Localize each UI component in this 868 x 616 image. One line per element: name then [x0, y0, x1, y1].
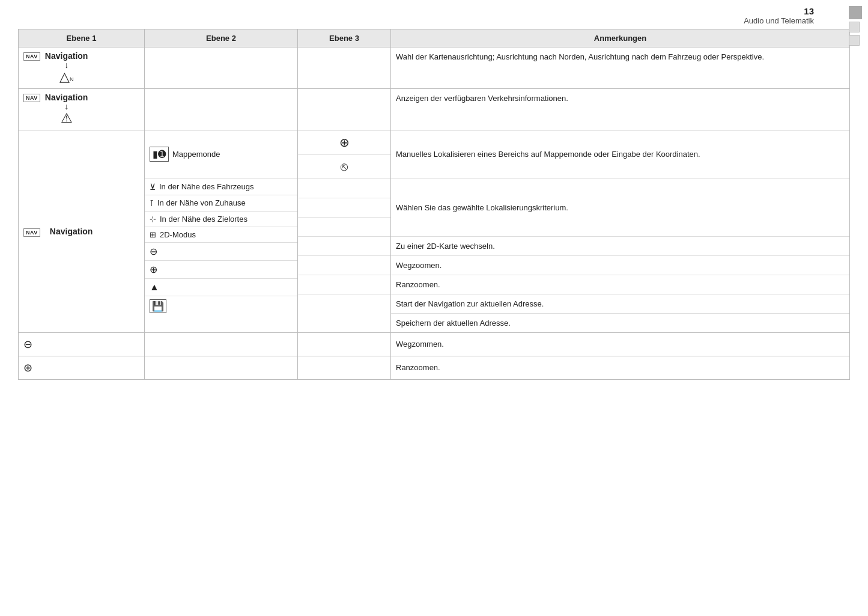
table-row-zoom-in: ⊕ Ranzoomen. — [19, 356, 850, 380]
ebene3-zoom-out-standalone — [298, 333, 391, 356]
anmerkung-text-row2: Anzeigen der verfügbaren Verkehrsinforma… — [396, 94, 568, 103]
ebene3-empty1 — [298, 179, 390, 198]
ebene3-return-cell: ⎋ — [298, 155, 390, 179]
ebene2-sub-table: ▮➊ Mappemonde ⊻ In der Nähe des Fahrzeug… — [145, 130, 297, 316]
anmerkung-save-text: Speichern der aktuellen Adresse. — [396, 319, 511, 328]
anmerkung-mappemonde-cell: Manuelles Lokalisieren eines Bereichs au… — [391, 130, 849, 178]
near-vehicle-label: In der Nähe des Fahrzeugs — [159, 182, 254, 191]
ebene1-zoom-out-cell: ⊖ — [19, 333, 145, 356]
ebene2-2d-mode-cell: ⊞ 2D-Modus — [145, 227, 297, 242]
ebene3-return-row: ⎋ — [298, 155, 390, 179]
ebene3-empty2 — [298, 198, 390, 218]
sidebar-rect-light2 — [849, 35, 860, 46]
nav-badge-text: NAV — [23, 52, 40, 61]
ebene2-save-cell: 💾 — [145, 296, 297, 316]
compass-n-icon: △N — [59, 69, 74, 85]
ebene2-cell-row2 — [145, 89, 298, 130]
anmerkung-text-row1: Wahl der Kartenausrichtung; Ausrichtung … — [396, 52, 764, 61]
zoom-out-icon: ⊖ — [150, 246, 157, 257]
ebene3-empty6 — [298, 275, 390, 294]
anmerkung-mappemonde-text: Manuelles Lokalisieren eines Bereichs au… — [396, 150, 700, 159]
anmerkung-start-row: Start der Navigation zur aktuellen Adres… — [391, 294, 849, 313]
anmerkung-ranzoom-cell: Ranzoomen. — [391, 275, 849, 294]
ebene3-empty4 — [298, 237, 390, 256]
table-header-row: Ebene 1 Ebene 2 Ebene 3 Anmerkungen — [19, 29, 850, 47]
main-table: Ebene 1 Ebene 2 Ebene 3 Anmerkungen NAV … — [18, 29, 850, 380]
zoom-out-standalone-icon: ⊖ — [23, 338, 32, 350]
anmerkung-save-cell: Speichern der aktuellen Adresse. — [391, 313, 849, 332]
ebene2-cell-row3: ▮➊ Mappemonde ⊻ In der Nähe des Fahrzeug… — [145, 130, 298, 333]
ebene2-near-vehicle-row: ⊻ In der Nähe des Fahrzeugs — [145, 178, 297, 195]
nav-badge-text-row2: NAV — [23, 94, 40, 102]
navigate-icon: ▲ — [150, 282, 159, 292]
ebene2-navigate-cell: ▲ — [145, 278, 297, 296]
nav-title-row2: Navigation — [45, 93, 88, 102]
ebene2-zoom-out-cell: ⊖ — [145, 242, 297, 260]
col-header-ebene2: Ebene 2 — [145, 29, 298, 47]
anmerkung-2d-text: Zu einer 2D-Karte wechseln. — [396, 242, 495, 251]
ebene3-cell-row1 — [298, 47, 391, 89]
sidebar-rect-dark — [849, 6, 862, 19]
anmerkung-cell-row2: Anzeigen der verfügbaren Verkehrsinforma… — [391, 89, 850, 130]
ebene2-near-home-row: ⊺ In der Nähe von Zuhause — [145, 195, 297, 211]
col-header-anmerkungen: Anmerkungen — [391, 29, 850, 47]
ebene3-zoom-in-standalone — [298, 356, 391, 380]
anmerkung-near-cell: Wählen Sie das gewählte Lokalisierungskr… — [391, 178, 849, 236]
anmerkung-sub-table: Manuelles Lokalisieren eines Bereichs au… — [391, 130, 849, 332]
nav-badge-row2: NAV — [23, 93, 40, 102]
anmerkung-cell-row3: Manuelles Lokalisieren eines Bereichs au… — [391, 130, 850, 333]
ebene2-save-row: 💾 — [145, 296, 297, 316]
ebene1-cell-row2: NAV Navigation ↓ ⚠ — [19, 89, 145, 130]
anmerkung-start-text: Start der Navigation zur aktuellen Adres… — [396, 299, 544, 308]
ebene3-empty7 — [298, 294, 390, 314]
ebene3-globe-row: ⊕ — [298, 130, 390, 155]
page-number: 13 — [744, 6, 814, 16]
globe-icon: ⊕ — [339, 136, 350, 149]
mappemonde-icon: ▮➊ — [150, 147, 169, 162]
ebene2-zoom-in-standalone — [145, 356, 298, 380]
anmerkung-zoom-out-standalone: Wegzommen. — [391, 333, 850, 356]
ebene2-zoom-in-cell: ⊕ — [145, 260, 297, 278]
sidebar-marks — [849, 6, 862, 46]
zoom-in-standalone-icon: ⊕ — [23, 362, 32, 374]
ebene2-cell-row1 — [145, 47, 298, 89]
header-right: 13 Audio und Telematik — [744, 6, 814, 25]
anmerkung-near-row: Wählen Sie das gewählte Lokalisierungskr… — [391, 178, 849, 236]
nav-title-row1: Navigation — [45, 51, 88, 61]
anmerkung-ranzoom-row: Ranzoomen. — [391, 275, 849, 294]
anmerkung-2d-row: Zu einer 2D-Karte wechseln. — [391, 236, 849, 255]
nav-title-col-row2: Navigation ↓ ⚠ — [45, 93, 88, 126]
ebene1-cell-row1: NAV Navigation ↓ △N — [19, 47, 145, 89]
col-header-ebene1: Ebene 1 — [19, 29, 145, 47]
page-wrapper: 13 Audio und Telematik Ebene 1 Ebene 2 E… — [0, 0, 868, 392]
ebene2-near-vehicle-cell: ⊻ In der Nähe des Fahrzeugs — [145, 178, 297, 195]
return-icon: ⎋ — [341, 160, 348, 173]
zoom-in-icon: ⊕ — [150, 264, 157, 275]
ebene2-zoom-out-row: ⊖ — [145, 242, 297, 260]
anmerkung-ranzoomen-text: Ranzoomen. — [396, 363, 440, 372]
table-row-zoom-out: ⊖ Wegzommen. — [19, 333, 850, 356]
anmerkung-cell-row1: Wahl der Kartenausrichtung; Ausrichtung … — [391, 47, 850, 89]
ebene2-near-dest-row: ⊹ In der Nähe des Zielortes — [145, 211, 297, 227]
anmerkung-start-cell: Start der Navigation zur aktuellen Adres… — [391, 294, 849, 313]
warning-triangle-icon: ⚠ — [61, 111, 73, 126]
ebene2-near-dest-cell: ⊹ In der Nähe des Zielortes — [145, 211, 297, 227]
ebene2-mappemonde-cell: ▮➊ Mappemonde — [145, 130, 297, 178]
nav-badge-row1: NAV — [23, 51, 40, 60]
ebene1-zoom-in-cell: ⊕ — [19, 356, 145, 380]
ebene3-cell-row3: ⊕ ⎋ — [298, 130, 391, 333]
mode-2d-icon: ⊞ — [150, 230, 156, 239]
sidebar-rect-light1 — [849, 22, 860, 32]
ebene2-2d-mode-row: ⊞ 2D-Modus — [145, 227, 297, 242]
ebene2-near-home-cell: ⊺ In der Nähe von Zuhause — [145, 195, 297, 211]
anmerkung-wegzommen-text: Wegzommen. — [396, 340, 444, 349]
ebene3-empty3 — [298, 218, 390, 237]
anmerkung-save-row: Speichern der aktuellen Adresse. — [391, 313, 849, 332]
ebene2-zoom-out-standalone — [145, 333, 298, 356]
nav-badge-row3: NAV — [23, 227, 40, 236]
near-home-label: In der Nähe von Zuhause — [157, 198, 246, 207]
ebene2-zoom-in-row: ⊕ — [145, 260, 297, 278]
anmerkung-wegzoom-text: Wegzoomen. — [396, 261, 442, 270]
table-row: NAV Navigation ↓ △N Wahl der Kartenausri… — [19, 47, 850, 89]
mappemonde-label: Mappemonde — [172, 150, 220, 159]
